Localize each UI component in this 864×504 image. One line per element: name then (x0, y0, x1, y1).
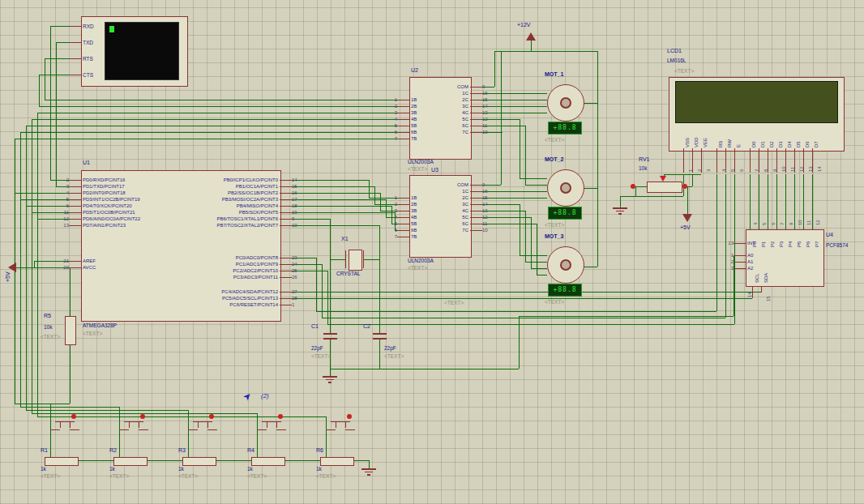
power-label-5v: +5V (680, 224, 691, 230)
wire[interactable] (292, 193, 380, 194)
pull-resistor[interactable] (45, 457, 79, 466)
wire[interactable] (15, 404, 70, 404)
wire[interactable] (635, 186, 647, 187)
wire[interactable] (32, 119, 397, 120)
wire[interactable] (56, 42, 57, 186)
wire[interactable] (363, 259, 379, 260)
wire[interactable] (734, 268, 734, 316)
wire[interactable] (519, 316, 520, 369)
ground-symbol[interactable] (323, 376, 337, 378)
ground-symbol[interactable] (328, 382, 331, 383)
button-contact (60, 421, 61, 428)
wire[interactable] (620, 196, 683, 197)
wire[interactable] (15, 139, 397, 139)
wire[interactable] (37, 113, 397, 113)
wire[interactable] (525, 211, 526, 262)
wire[interactable] (734, 174, 735, 324)
push-button[interactable] (124, 421, 143, 422)
push-button[interactable] (262, 421, 281, 422)
ground-symbol[interactable] (326, 379, 334, 381)
button-cap-icon[interactable] (209, 414, 214, 419)
wire[interactable] (37, 113, 38, 416)
wire[interactable] (531, 39, 532, 51)
push-button[interactable] (55, 421, 75, 422)
ic-pin: 66B (386, 129, 417, 135)
button-cap-icon[interactable] (140, 414, 145, 419)
wire[interactable] (292, 180, 369, 181)
wire[interactable] (292, 206, 391, 207)
stepper-motor[interactable]: MOT_1 +88.8 <TEXT> (527, 71, 600, 148)
pull-resistor[interactable] (182, 457, 216, 466)
wire[interactable] (525, 126, 526, 185)
wire[interactable] (327, 324, 734, 325)
wire[interactable] (292, 225, 379, 226)
wire[interactable] (26, 126, 397, 126)
button-cap-icon[interactable] (278, 414, 283, 419)
cap-c2[interactable] (373, 338, 387, 340)
wire[interactable] (330, 369, 331, 376)
wire[interactable] (20, 407, 119, 408)
wire[interactable] (330, 369, 519, 369)
button-cap-icon[interactable] (71, 414, 76, 419)
crystal-x1[interactable] (349, 250, 362, 271)
wire[interactable] (70, 267, 71, 316)
wire[interactable] (322, 318, 725, 318)
wire[interactable] (380, 193, 381, 211)
button-cap-icon[interactable] (347, 414, 352, 419)
wire[interactable] (494, 51, 495, 87)
wire[interactable] (45, 100, 397, 100)
wire[interactable] (379, 340, 380, 369)
lcd-ctrl-pins: RS4RW5E6 (712, 123, 739, 180)
stepper-motor[interactable]: MOT_2 +88.8 <TEXT> (527, 156, 600, 233)
pot-rv1[interactable] (647, 182, 682, 193)
pull-resistor[interactable] (251, 457, 285, 466)
serial-terminal[interactable] (81, 16, 188, 87)
wire[interactable] (520, 204, 520, 255)
stepper-motor[interactable]: MOT_3 +88.8 <TEXT> (527, 233, 600, 310)
wire[interactable] (292, 199, 386, 200)
wire[interactable] (330, 219, 331, 333)
wire[interactable] (330, 259, 345, 260)
resistor-r5[interactable] (65, 316, 76, 345)
wire[interactable] (520, 119, 520, 178)
ground-symbol[interactable] (618, 213, 622, 215)
pin-stub (69, 199, 81, 200)
wire[interactable] (369, 180, 370, 198)
push-button[interactable] (193, 421, 212, 422)
wire[interactable] (374, 186, 375, 204)
wire[interactable] (316, 311, 716, 312)
wire[interactable] (292, 212, 395, 213)
wire[interactable] (494, 51, 597, 52)
schematic-canvas[interactable]: RXDTXDRTSCTS U1 ATMEGA328P <TEXT> 2PD0/R… (0, 0, 864, 504)
wire[interactable] (45, 58, 45, 100)
wire[interactable] (32, 119, 32, 413)
wire[interactable] (620, 196, 621, 207)
wire[interactable] (635, 186, 636, 196)
wire[interactable] (316, 258, 317, 311)
u4-ref: U4 (826, 232, 833, 237)
wire[interactable] (26, 126, 27, 410)
wire[interactable] (292, 186, 374, 187)
wire[interactable] (687, 186, 688, 214)
wire[interactable] (20, 132, 21, 407)
wire[interactable] (20, 132, 397, 133)
cursor-arrow-icon: ➤ (240, 390, 254, 404)
wire[interactable] (292, 298, 752, 299)
cap-c1[interactable] (323, 338, 337, 340)
pull-resistor[interactable] (113, 457, 148, 466)
pin-number: 9 (482, 182, 494, 187)
ground-symbol[interactable] (613, 207, 627, 209)
wire[interactable] (501, 51, 502, 185)
wire[interactable] (519, 316, 734, 317)
wire[interactable] (50, 26, 51, 180)
pull-resistor[interactable] (320, 457, 354, 466)
power-arrow-12v-icon[interactable] (526, 32, 536, 41)
wire[interactable] (39, 75, 40, 106)
wire[interactable] (39, 106, 397, 107)
push-button[interactable] (331, 421, 350, 422)
power-arrow-5v-icon[interactable] (682, 214, 692, 222)
ground-symbol[interactable] (616, 211, 624, 212)
wire[interactable] (687, 186, 692, 187)
wire[interactable] (70, 344, 71, 404)
wire[interactable] (26, 410, 188, 411)
